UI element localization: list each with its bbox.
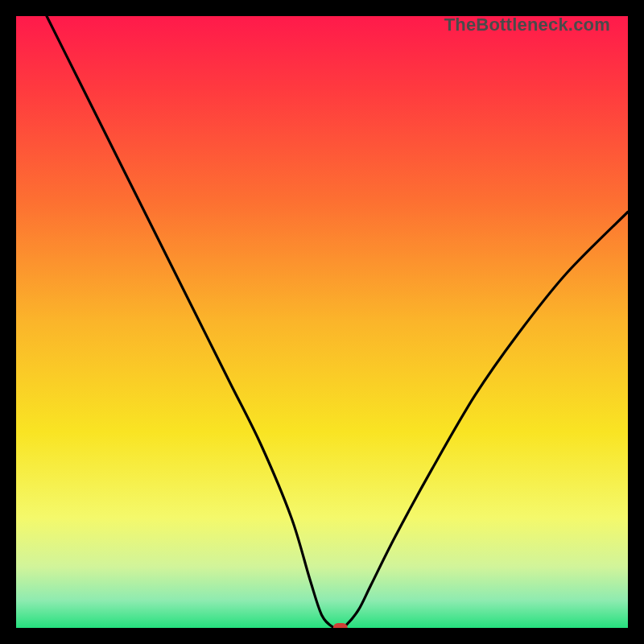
watermark-text: TheBottleneck.com (444, 14, 610, 35)
chart-frame: TheBottleneck.com (0, 0, 644, 644)
gradient-background (16, 16, 628, 628)
bottleneck-chart (16, 16, 628, 628)
